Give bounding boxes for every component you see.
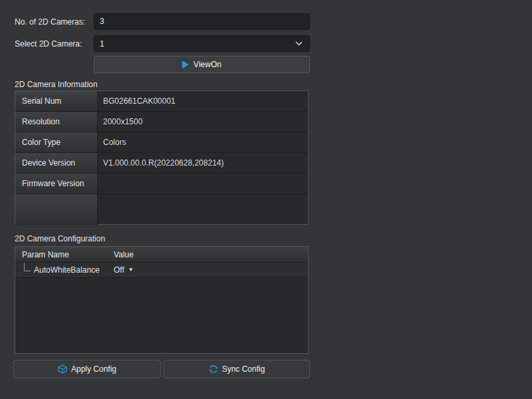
dropdown-arrow-icon: ▼ <box>128 267 134 273</box>
chevron-down-icon <box>295 41 303 46</box>
column-header-value: Value <box>107 250 134 259</box>
camera-config-table: Param Name Value AutoWhiteBalance Off ▼ <box>15 246 309 354</box>
tree-branch-icon <box>15 263 34 277</box>
sync-config-button[interactable]: Sync Config <box>164 360 310 378</box>
info-row-label: Color Type <box>15 132 98 153</box>
info-row-value: 2000x1500 <box>98 112 308 132</box>
table-row-empty <box>15 194 308 225</box>
info-row-label-empty <box>15 194 98 225</box>
param-name-cell: AutoWhiteBalance <box>15 263 107 277</box>
info-row-value: BG02661CAK00001 <box>98 91 308 112</box>
sync-config-label: Sync Config <box>222 364 265 374</box>
info-row-value-empty <box>98 194 308 225</box>
param-value-label: Off <box>114 265 124 275</box>
info-row-value: V1.000.00.0.R(20220628,208214) <box>98 153 308 174</box>
play-icon <box>182 61 189 68</box>
camera-settings-panel: No. of 2D Cameras: 3 Select 2D Camera: 1… <box>0 0 532 399</box>
table-row: AutoWhiteBalance Off ▼ <box>15 263 308 278</box>
view-on-button[interactable]: ViewOn <box>94 56 310 73</box>
table-row: Resolution 2000x1500 <box>15 112 308 132</box>
config-section-title: 2D Camera Configuration <box>15 234 105 243</box>
table-row: Serial Num BG02661CAK00001 <box>15 91 308 112</box>
info-row-label: Device Version <box>15 153 98 174</box>
table-row: Color Type Colors <box>15 132 308 153</box>
table-row: Firmware Version <box>15 174 308 194</box>
apply-config-label: Apply Config <box>71 364 116 374</box>
camera-select-dropdown[interactable]: 1 <box>94 35 310 52</box>
apply-config-button[interactable]: Apply Config <box>13 360 161 378</box>
info-section-title: 2D Camera Information <box>15 80 98 89</box>
view-on-label: ViewOn <box>194 60 221 69</box>
info-row-value <box>98 174 308 194</box>
cameras-count-label: No. of 2D Cameras: <box>15 17 85 27</box>
camera-info-table: Serial Num BG02661CAK00001 Resolution 20… <box>15 90 309 225</box>
cameras-count-value: 3 <box>100 17 104 26</box>
camera-select-value: 1 <box>100 39 104 49</box>
info-row-label: Serial Num <box>15 91 98 112</box>
select-camera-label: Select 2D Camera: <box>15 39 82 49</box>
sync-icon <box>209 364 218 374</box>
config-table-header: Param Name Value <box>15 247 308 263</box>
cameras-count-input[interactable]: 3 <box>94 13 310 30</box>
column-header-param-name: Param Name <box>15 250 107 259</box>
param-value-dropdown[interactable]: Off ▼ <box>107 263 134 277</box>
info-row-label: Resolution <box>15 112 98 132</box>
param-name-label: AutoWhiteBalance <box>34 265 100 275</box>
info-row-label: Firmware Version <box>15 174 98 194</box>
table-row: Device Version V1.000.00.0.R(20220628,20… <box>15 153 308 174</box>
info-row-value: Colors <box>98 132 308 153</box>
cube-icon <box>58 364 67 374</box>
